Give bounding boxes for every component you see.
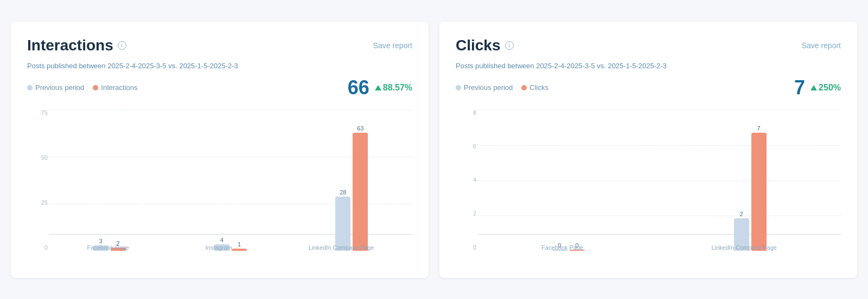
clicks-date-range: Posts published between 2025-2-4-2025-3-… xyxy=(456,62,841,70)
interactions-y-axis: 75 50 25 0 xyxy=(27,110,48,251)
clicks-metric-block: 7 250% xyxy=(794,76,841,99)
clicks-bar-group-linkedin: 2 7 xyxy=(734,125,767,251)
y-label-75: 75 xyxy=(41,110,48,116)
bar-linkedin-curr: 63 xyxy=(353,125,368,251)
interactions-bars: 3 2 4 xyxy=(49,110,412,251)
interactions-trend-up-icon xyxy=(375,85,381,90)
interactions-curr-dot xyxy=(93,85,98,90)
clicks-curr-label: Clicks xyxy=(529,83,548,92)
interactions-chart: 75 50 25 0 3 xyxy=(27,110,412,267)
bar-linkedin-prev: 28 xyxy=(335,189,350,251)
bar-linkedin-prev-bar xyxy=(335,197,350,251)
clicks-x-label-facebook: Facebook Page xyxy=(541,244,583,251)
clicks-linkedin-curr-bar xyxy=(751,133,767,251)
clicks-metric-change: 250% xyxy=(810,83,841,93)
bar-facebook-prev-label: 3 xyxy=(99,238,103,244)
clicks-metric-value: 7 xyxy=(794,76,805,99)
interactions-prev-label: Previous period xyxy=(35,83,84,92)
interactions-metric-value: 66 xyxy=(348,76,369,99)
y-label-25: 25 xyxy=(41,200,48,206)
clicks-bar-linkedin-curr-label: 7 xyxy=(757,125,760,132)
dashboard: Interactions i Save report Posts publish… xyxy=(11,22,857,278)
interactions-chart-inner: 3 2 4 xyxy=(49,110,412,251)
interactions-card: Interactions i Save report Posts publish… xyxy=(11,22,429,278)
x-label-linkedin: LinkedIn Company Page xyxy=(309,244,374,251)
interactions-x-labels: Facebook Page Instagram LinkedIn Company… xyxy=(49,244,412,251)
interactions-legend-row: Previous period Interactions 66 88.57% xyxy=(27,76,412,99)
y-label-50: 50 xyxy=(41,155,48,161)
clicks-legend-row: Previous period Clicks 7 250% xyxy=(456,76,841,99)
interactions-info-icon[interactable]: i xyxy=(118,41,126,50)
clicks-title: Clicks xyxy=(456,37,501,54)
interactions-header: Interactions i Save report xyxy=(27,37,412,54)
clicks-y-6: 6 xyxy=(473,144,476,150)
x-label-instagram: Instagram xyxy=(206,244,232,251)
clicks-legend-curr: Clicks xyxy=(521,83,548,92)
interactions-curr-label: Interactions xyxy=(101,83,137,92)
clicks-bar-linkedin-curr: 7 xyxy=(751,125,767,251)
interactions-title: Interactions xyxy=(27,37,113,54)
clicks-chart: 8 6 4 2 0 xyxy=(456,110,841,267)
bar-linkedin-curr-bar xyxy=(353,133,368,251)
clicks-x-label-linkedin: LinkedIn Company Page xyxy=(711,244,776,251)
clicks-x-labels: Facebook Page LinkedIn Company Page xyxy=(477,244,841,251)
bar-instagram-prev-label: 4 xyxy=(220,237,224,243)
clicks-prev-label: Previous period xyxy=(464,83,513,92)
bar-linkedin-prev-label: 28 xyxy=(340,189,346,196)
interactions-prev-dot xyxy=(27,85,33,90)
clicks-legend-prev: Previous period xyxy=(456,83,513,92)
clicks-y-4: 4 xyxy=(473,177,476,183)
clicks-title-row: Clicks i xyxy=(456,37,514,54)
interactions-metric-change: 88.57% xyxy=(375,83,412,93)
y-label-0: 0 xyxy=(44,245,48,251)
clicks-change-pct: 250% xyxy=(819,83,841,93)
interactions-legend-curr: Interactions xyxy=(93,83,137,92)
clicks-y-axis: 8 6 4 2 0 xyxy=(456,110,476,251)
interactions-change-pct: 88.57% xyxy=(383,83,412,93)
clicks-prev-dot xyxy=(456,85,461,90)
interactions-legend-prev: Previous period xyxy=(27,83,84,92)
clicks-bars: 0 0 2 xyxy=(477,110,841,251)
clicks-trend-up-icon xyxy=(810,85,817,90)
clicks-header: Clicks i Save report xyxy=(456,37,841,54)
x-label-facebook: Facebook Page xyxy=(87,244,129,251)
interactions-title-row: Interactions i xyxy=(27,37,126,54)
clicks-info-icon[interactable]: i xyxy=(505,41,514,50)
clicks-save-report-button[interactable]: Save report xyxy=(802,41,841,50)
interactions-date-range: Posts published between 2025-2-4-2025-3-… xyxy=(27,62,412,70)
bar-group-linkedin: 28 63 xyxy=(335,125,368,251)
interactions-save-report-button[interactable]: Save report xyxy=(373,41,412,50)
clicks-y-2: 2 xyxy=(473,211,476,217)
clicks-chart-inner: 0 0 2 xyxy=(477,110,841,251)
clicks-curr-dot xyxy=(521,85,527,90)
clicks-bar-linkedin-prev-label: 2 xyxy=(739,211,743,217)
interactions-metric-block: 66 88.57% xyxy=(348,76,412,99)
bar-linkedin-curr-label: 63 xyxy=(357,125,363,132)
clicks-y-8: 8 xyxy=(473,110,476,116)
clicks-card: Clicks i Save report Posts published bet… xyxy=(439,22,857,278)
clicks-y-0: 0 xyxy=(473,245,476,251)
